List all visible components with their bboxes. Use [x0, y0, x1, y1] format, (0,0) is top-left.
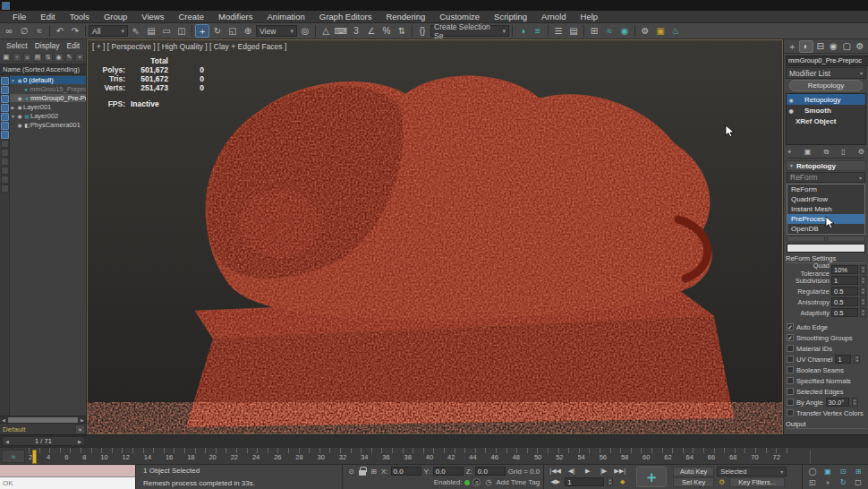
explorer-filter-icon[interactable] — [1, 149, 9, 157]
edit-icon[interactable]: ✎ — [65, 53, 74, 62]
checkbox[interactable]: ✓ — [787, 334, 794, 341]
mirror-icon[interactable]: ◑ — [515, 24, 530, 38]
option-quadriflow[interactable]: QuadriFlow — [787, 194, 864, 204]
uv-channel-field[interactable]: 1 — [835, 355, 851, 364]
render-production-icon[interactable]: ♨ — [668, 24, 683, 38]
tree-row-default-layer[interactable]: ▼ ◉ 0 (default) — [10, 76, 86, 84]
eye-icon[interactable]: ◉ — [16, 95, 23, 101]
pin-stack-icon[interactable]: ⌖ — [787, 148, 792, 157]
key-filter-icon[interactable]: ⚙ — [717, 477, 727, 487]
checkbox[interactable] — [787, 409, 794, 416]
curve-editor-icon[interactable]: ≈ — [602, 24, 617, 38]
eye-icon[interactable]: ◉ — [16, 113, 23, 119]
snap-toggle-icon[interactable]: 3 — [349, 24, 363, 38]
stack-item-smooth[interactable]: ◉ Smooth — [787, 105, 865, 116]
bind-to-space-warp-icon[interactable]: ≈ — [32, 24, 47, 38]
menu-rendering[interactable]: Rendering — [379, 12, 432, 21]
zoom-icon[interactable]: ◯ — [806, 467, 819, 476]
maxscript-mini-listener[interactable]: OK — [0, 465, 136, 489]
create-selection-set-dropdown[interactable]: Create Selection Se▾ — [430, 25, 509, 37]
menu-help[interactable]: Help — [574, 12, 606, 21]
spinner[interactable]: ▴▾ — [854, 355, 860, 364]
menu-file[interactable]: File — [5, 12, 33, 21]
spinner[interactable]: ▴▾ — [852, 398, 858, 407]
scroll-right-icon[interactable]: ▶ — [79, 417, 86, 423]
frame-next-icon[interactable]: ▶ — [75, 439, 84, 444]
subdivision-field[interactable]: 1 — [831, 276, 858, 285]
expand-icon[interactable]: ▶ — [10, 105, 16, 110]
object-name-field[interactable] — [786, 56, 868, 66]
modifier-list-dropdown[interactable]: Modifier List ▾ — [786, 67, 866, 79]
spinner[interactable]: ▴▾ — [860, 308, 866, 317]
selection-set-dropdown[interactable]: Selected ▾ — [717, 467, 787, 476]
key-filters-button[interactable]: Key Filters... — [729, 477, 785, 487]
viewport-label[interactable]: [ + ] [ Perspective ] [ High Quality ] [… — [92, 42, 286, 51]
make-unique-icon[interactable]: ⧉ — [823, 148, 829, 157]
timeline-ruler[interactable]: ≈ 24681012141618202224262830323436384042… — [0, 447, 868, 465]
redo-icon[interactable]: ↷ — [68, 24, 82, 38]
listener-script-line[interactable]: OK — [0, 477, 135, 489]
checkbox[interactable] — [787, 345, 794, 352]
explorer-filter-icon[interactable] — [1, 158, 9, 166]
listener-macro-line[interactable] — [0, 465, 135, 477]
stack-item-retopology[interactable]: ◉ Retopology — [787, 94, 865, 105]
auto-key-button[interactable]: Auto Key — [673, 467, 714, 476]
tree-row-layer001[interactable]: ▶ ◉ Layer001 — [10, 103, 86, 111]
isolate-selection-icon[interactable]: ⊙ — [346, 467, 356, 476]
set-keys-button[interactable]: ＋ — [636, 467, 667, 487]
menu-graph-editors[interactable]: Graph Editors — [312, 12, 379, 21]
go-to-end-icon[interactable]: ▶▶| — [613, 468, 626, 475]
spinner[interactable]: ▴▾ — [607, 477, 613, 486]
tab-motion[interactable]: ◉ — [827, 40, 839, 53]
eye-icon[interactable]: ◉ — [787, 97, 796, 103]
selection-filter-dropdown[interactable]: All▾ — [89, 25, 128, 37]
menu-customize[interactable]: Customize — [432, 12, 487, 21]
select-and-move-icon[interactable]: ＋ — [195, 24, 209, 38]
regularize-field[interactable]: 0.5 — [831, 287, 858, 296]
selection-region-icon[interactable]: ▭ — [159, 24, 174, 38]
use-pivot-center-icon[interactable]: ◎ — [298, 24, 312, 38]
menu-scripting[interactable]: Scripting — [487, 12, 534, 21]
display-icon[interactable]: ◉ — [55, 53, 64, 62]
spinner[interactable]: ▴▾ — [860, 265, 866, 274]
stack-item-xref-object[interactable]: XRef Object — [787, 116, 865, 126]
option-reform[interactable]: ReForm — [787, 184, 864, 194]
menu-create[interactable]: Create — [171, 12, 211, 21]
select-and-manipulate-icon[interactable]: △ — [319, 24, 333, 38]
layers-icon[interactable]: ▤ — [33, 53, 42, 62]
checkbox[interactable] — [787, 388, 794, 395]
frame-prev-icon[interactable]: ◀ — [3, 439, 12, 444]
tree-row-mmgroup0[interactable]: ◉ ● mmGroup0_Pre-Prep — [10, 94, 86, 102]
explorer-filter-icon[interactable] — [1, 131, 9, 139]
tree-row-physcamera001[interactable]: ◉ ◧ PhysCamera001 — [10, 121, 86, 129]
select-by-name-icon[interactable]: ▤ — [144, 24, 158, 38]
keyboard-override-icon[interactable]: ⌨ — [334, 24, 348, 38]
select-and-place-icon[interactable]: ⊕ — [241, 24, 255, 38]
zoom-region-icon[interactable]: ◱ — [806, 477, 819, 487]
algorithm-select[interactable]: ReForm ▾ — [787, 172, 865, 183]
menu-arnold[interactable]: Arnold — [534, 12, 573, 21]
eye-icon[interactable]: ◉ — [787, 107, 796, 114]
retopology-button[interactable]: Retopology — [789, 80, 863, 91]
explorer-horizontal-scrollbar[interactable]: ◀ ▶ — [0, 416, 86, 423]
orbit-icon[interactable]: ↻ — [837, 477, 849, 487]
material-editor-icon[interactable]: ◉ — [617, 24, 632, 38]
explorer-sort-header[interactable]: Name (Sorted Ascending) — [0, 64, 86, 75]
frame-indicator[interactable]: ◀ 1 / 71 ▶ — [2, 436, 85, 446]
checkbox[interactable]: ✓ — [787, 323, 794, 330]
spinner[interactable]: ▴▾ — [860, 287, 866, 296]
tree-row-layer002[interactable]: ▼ ◉ ▤ Layer002 — [10, 112, 86, 120]
x-coordinate-field[interactable]: 0.0 — [391, 467, 421, 476]
tab-create[interactable]: ＋ — [786, 40, 798, 53]
menu-tools[interactable]: Tools — [63, 12, 97, 21]
explorer-filter-icon[interactable] — [1, 176, 9, 184]
by-angle-field[interactable]: 30.0° — [826, 398, 849, 407]
go-to-start-icon[interactable]: |◀◀ — [549, 468, 562, 475]
menu-animation[interactable]: Animation — [260, 12, 312, 21]
key-icon[interactable]: ◆ — [616, 478, 629, 485]
spinner[interactable]: ▴▾ — [860, 276, 866, 285]
hierarchy-icon[interactable]: ⇅ — [44, 53, 53, 62]
current-frame-field[interactable]: 1 — [565, 477, 604, 486]
named-selection-sets-icon[interactable]: {} — [415, 24, 430, 38]
undo-icon[interactable]: ↶ — [53, 24, 67, 38]
